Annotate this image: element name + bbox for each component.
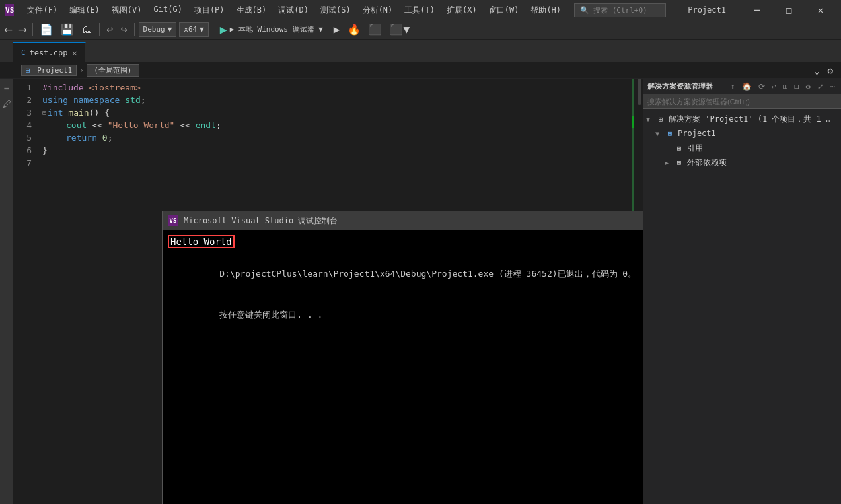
debug-title-bar: VS Microsoft Visual Studio 调试控制台 ─ □ ✕ <box>163 211 643 230</box>
code-line-1: #include <iostream> <box>42 81 620 94</box>
breadcrumb-bar: ⊞ Project1 › (全局范围) ⌄ ⚙ <box>0 63 841 79</box>
menu-analyze[interactable]: 分析(N) <box>357 3 398 17</box>
panel-icon-maximize[interactable]: ⤢ <box>815 81 826 92</box>
menu-file[interactable]: 文件(F) <box>22 3 63 17</box>
title-bar: VS 文件(F) 编辑(E) 视图(V) Git(G) 项目(P) 生成(B) … <box>0 0 841 20</box>
search-box[interactable]: 🔍 搜索 (Ctrl+Q) <box>574 3 666 17</box>
fire-icon[interactable]: 🔥 <box>345 22 363 37</box>
undo-button[interactable]: ↩ <box>104 22 116 37</box>
panel-icon-sync[interactable]: ⟳ <box>756 81 767 92</box>
maximize-button[interactable]: □ <box>774 0 804 20</box>
panel-header: 解决方案资源管理器 ⬆ 🏠 ⟳ ↩ ⊞ ⊟ ⚙ ⤢ ⋯ <box>643 79 841 94</box>
panel-icon-more[interactable]: ⋯ <box>828 81 837 92</box>
debug-console-window: VS Microsoft Visual Studio 调试控制台 ─ □ ✕ H… <box>162 211 643 504</box>
save-button[interactable]: 💾 <box>58 22 77 37</box>
solution-explorer-panel: 解决方案资源管理器 ⬆ 🏠 ⟳ ↩ ⊞ ⊟ ⚙ ⤢ ⋯ ▼ ⊞ 解决方案 'Pr… <box>643 79 841 504</box>
breadcrumb-project-dropdown[interactable]: ⊞ Project1 <box>21 65 77 76</box>
minimize-button[interactable]: ─ <box>742 0 772 20</box>
play-icon: ▶ <box>220 22 227 36</box>
forward-button[interactable]: ⟶ <box>17 22 29 37</box>
menu-build[interactable]: 生成(B) <box>231 3 272 17</box>
solution-icon: ⊞ <box>655 114 666 124</box>
code-line-6: } <box>42 144 620 157</box>
back-button[interactable]: ⟵ <box>3 22 15 37</box>
panel-icon-5[interactable]: ⚙ <box>804 81 813 92</box>
chevron-down-icon: ▼ <box>168 25 172 34</box>
panel-title: 解决方案资源管理器 <box>647 81 713 91</box>
window-controls: ─ □ ✕ <box>742 0 836 20</box>
debug-console-body: Hello World D:\projectCPlus\learn\Projec… <box>163 230 643 504</box>
menu-test[interactable]: 测试(S) <box>315 3 356 17</box>
run-icon-2[interactable]: ▶ <box>331 22 343 37</box>
tab-filename: test.cpp <box>30 48 68 57</box>
activity-icon-2[interactable]: 🖊 <box>0 97 13 110</box>
panel-icon-2[interactable]: 🏠 <box>740 81 754 92</box>
tree-solution[interactable]: ▼ ⊞ 解决方案 'Project1' (1 个项目，共 1 个) <box>643 112 841 126</box>
menu-help[interactable]: 帮助(H) <box>525 3 566 17</box>
solution-search-input[interactable] <box>647 98 837 106</box>
toolbar-extra[interactable]: ⬛▼ <box>387 22 412 37</box>
panel-icon-1[interactable]: ⬆ <box>729 81 737 92</box>
breadcrumb-collapse-button[interactable]: ⌄ <box>811 64 822 77</box>
solution-label: 解决方案 'Project1' (1 个项目，共 1 个) <box>669 114 838 125</box>
breadcrumb-scope-dropdown[interactable]: (全局范围) <box>87 64 139 77</box>
solution-search-box[interactable] <box>643 94 841 109</box>
panel-icon-back[interactable]: ↩ <box>770 81 778 92</box>
line-num-5: 5 <box>13 131 32 144</box>
line-num-1: 1 <box>13 81 32 94</box>
line-num-4: 4 <box>13 119 32 131</box>
menu-debug[interactable]: 调试(D) <box>273 3 314 17</box>
debug-mode-dropdown[interactable]: Debug ▼ <box>139 22 177 37</box>
solution-tree: ▼ ⊞ 解决方案 'Project1' (1 个项目，共 1 个) ▼ ⊞ Pr… <box>643 109 841 504</box>
panel-icon-4[interactable]: ⊟ <box>792 81 801 92</box>
menu-view[interactable]: 视图(V) <box>106 3 147 17</box>
code-line-3: ⊟int main() { <box>42 106 620 119</box>
menu-window[interactable]: 窗口(W) <box>484 3 525 17</box>
code-line-4: cout << "Hello World" << endl; <box>42 119 620 131</box>
menu-bar: 文件(F) 编辑(E) 视图(V) Git(G) 项目(P) 生成(B) 调试(… <box>22 3 566 17</box>
line-numbers: 1 2 3 4 5 6 7 <box>13 79 37 504</box>
menu-tools[interactable]: 工具(T) <box>399 3 440 17</box>
close-button[interactable]: ✕ <box>805 0 836 20</box>
tree-references[interactable]: ⊞ 引用 <box>643 141 841 155</box>
separator-3 <box>134 23 135 36</box>
ref-icon: ⊞ <box>674 143 684 153</box>
tree-project[interactable]: ▼ ⊞ Project1 <box>643 126 841 141</box>
ext-label: 外部依赖项 <box>687 157 727 168</box>
redo-button[interactable]: ↪ <box>118 22 130 37</box>
project-label: Project1 <box>678 129 716 138</box>
separator-2 <box>99 23 100 36</box>
app-title: Project1 <box>688 5 734 15</box>
menu-edit[interactable]: 编辑(E) <box>64 3 105 17</box>
scrollbar-thumb <box>638 79 641 105</box>
activity-bar: ≡ 🖊 <box>0 79 13 504</box>
cpp-file-icon: C <box>21 48 26 57</box>
toolbar: ⟵ ⟶ 📄 💾 🗂 ↩ ↪ Debug ▼ x64 ▼ ▶ ▶ 本地 Windo… <box>0 20 841 40</box>
activity-icon-1[interactable]: ≡ <box>0 81 13 94</box>
panel-icon-3[interactable]: ⊞ <box>781 81 789 92</box>
menu-extensions[interactable]: 扩展(X) <box>441 3 482 17</box>
search-icon: 🔍 <box>580 6 589 15</box>
breadcrumb-settings-button[interactable]: ⚙ <box>825 64 836 77</box>
menu-git[interactable]: Git(G) <box>149 3 188 17</box>
search-placeholder: 搜索 (Ctrl+Q) <box>593 5 647 15</box>
line-num-3: 3 <box>13 106 32 119</box>
project-expand-icon: ▼ <box>655 130 665 137</box>
tree-ext-deps[interactable]: ▶ ⊞ 外部依赖项 <box>643 155 841 170</box>
project-icon: ⊞ <box>665 128 675 139</box>
line-num-7: 7 <box>13 157 32 169</box>
menu-project[interactable]: 项目(P) <box>189 3 230 17</box>
project-icon: ⊞ <box>26 66 30 75</box>
run-debugger-button[interactable]: ▶ ▶ 本地 Windows 调试器 ▼ <box>217 22 326 36</box>
debug-console-icon: VS <box>168 215 178 226</box>
ext-icon: ⊞ <box>674 157 684 168</box>
attach-button[interactable]: ⬛ <box>366 22 384 37</box>
tab-close-button[interactable]: ✕ <box>71 48 77 58</box>
save-all-button[interactable]: 🗂 <box>79 22 95 37</box>
editor-tab-test-cpp[interactable]: C test.cpp ✕ <box>13 42 86 62</box>
line-num-2: 2 <box>13 94 32 106</box>
debug-console-title: Microsoft Visual Studio 调试控制台 <box>184 215 643 227</box>
ref-label: 引用 <box>687 143 703 154</box>
platform-dropdown[interactable]: x64 ▼ <box>179 22 209 37</box>
new-file-button[interactable]: 📄 <box>37 22 55 37</box>
